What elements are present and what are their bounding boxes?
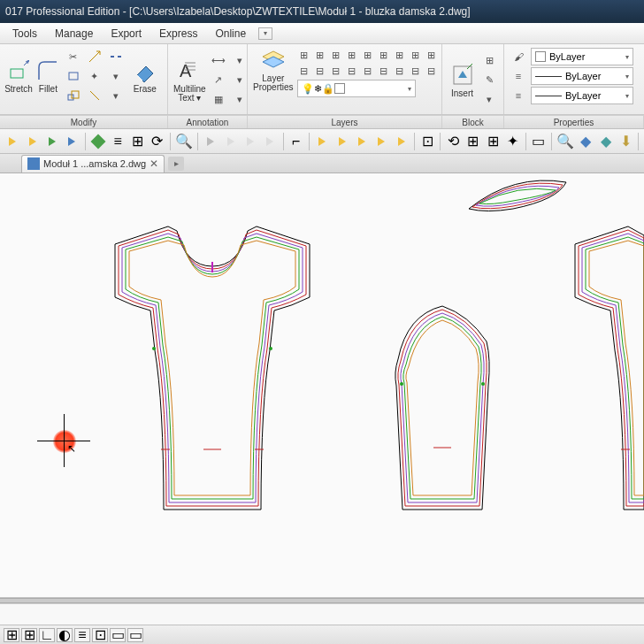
status-polar[interactable]: ◐ xyxy=(57,628,73,642)
layer-tool-4[interactable]: ⊞ xyxy=(345,48,359,62)
tb-d4[interactable] xyxy=(372,132,390,151)
tb-c5[interactable]: ⌐ xyxy=(288,132,305,151)
erase-button[interactable]: Erase xyxy=(128,58,162,94)
layer-tool-16[interactable]: ⊟ xyxy=(393,64,407,78)
layer-tool-6[interactable]: ⊞ xyxy=(377,48,391,62)
block-dd[interactable]: ▾ xyxy=(480,91,498,109)
menu-online[interactable]: Online xyxy=(206,25,255,42)
tb-d1[interactable] xyxy=(313,132,331,151)
tb-b4[interactable]: ⟳ xyxy=(149,132,166,151)
extend-button[interactable] xyxy=(86,48,104,65)
tb-f3[interactable]: ⊞ xyxy=(484,132,502,151)
lineweight-selector[interactable]: ByLayer ▾ xyxy=(531,67,633,85)
menu-express[interactable]: Express xyxy=(150,25,206,42)
color-selector[interactable]: ByLayer ▾ xyxy=(531,48,633,65)
menu-manage[interactable]: Manage xyxy=(46,25,102,42)
layer-tool-3[interactable]: ⊞ xyxy=(329,48,343,62)
tb-d2[interactable] xyxy=(333,132,350,151)
status-snap[interactable]: ⊞ xyxy=(4,628,19,642)
break-button[interactable] xyxy=(107,48,125,65)
tb-d3[interactable] xyxy=(353,132,371,151)
tb-g1[interactable]: 🔍 xyxy=(556,132,575,151)
tb-g2[interactable]: ◆ xyxy=(577,132,594,151)
layer-tool-11[interactable]: ⊟ xyxy=(313,64,327,78)
status-osnap[interactable]: ≡ xyxy=(74,628,90,642)
tb-a4[interactable] xyxy=(63,132,80,151)
layer-tool-1[interactable]: ⊞ xyxy=(297,48,311,62)
layer-tool-7[interactable]: ⊞ xyxy=(393,48,407,62)
tb-f5[interactable]: ▭ xyxy=(530,132,548,151)
title-bar: 017 Professional Edition - [C:\Users\Iza… xyxy=(0,0,644,23)
menu-tools[interactable]: Tools xyxy=(4,25,46,42)
menu-export[interactable]: Export xyxy=(102,25,150,42)
drawing-canvas[interactable]: ↖ xyxy=(0,173,644,598)
tb-c4[interactable] xyxy=(261,132,279,151)
scale-button[interactable] xyxy=(65,87,82,104)
tb-b5[interactable]: 🔍 xyxy=(174,132,194,151)
layer-tool-18[interactable]: ⊟ xyxy=(425,64,439,78)
layer-tool-10[interactable]: ⊟ xyxy=(297,64,311,78)
tb-f1[interactable]: ⟲ xyxy=(444,132,462,151)
trim-button[interactable]: ✂ xyxy=(65,48,82,65)
layer-tool-2[interactable]: ⊞ xyxy=(313,48,327,62)
layer-tool-15[interactable]: ⊟ xyxy=(377,64,391,78)
multiline-text-button[interactable]: A Multiline Text ▾ xyxy=(173,58,206,103)
status-lwt[interactable]: ▭ xyxy=(110,628,126,642)
tb-f2[interactable]: ⊞ xyxy=(464,132,482,151)
prop-list2[interactable]: ≡ xyxy=(510,87,527,104)
offset-button[interactable]: ▾ xyxy=(107,87,125,104)
layer-properties-button[interactable]: Layer Properties xyxy=(253,48,294,92)
layer-tool-13[interactable]: ⊟ xyxy=(345,64,359,78)
match-properties[interactable]: 🖌 xyxy=(510,48,527,65)
stretch-button[interactable]: Stretch xyxy=(5,58,32,94)
tb-a3[interactable] xyxy=(43,132,61,151)
dim-dd3[interactable]: ▾ xyxy=(231,91,249,109)
tb-g4[interactable]: ⬇ xyxy=(617,132,634,151)
tb-a1[interactable] xyxy=(4,132,21,151)
table-button[interactable]: ▦ xyxy=(210,91,227,109)
layer-tool-5[interactable]: ⊞ xyxy=(361,48,375,62)
tb-c3[interactable] xyxy=(242,132,259,151)
tb-f4[interactable]: ✦ xyxy=(503,132,521,151)
tb-c1[interactable] xyxy=(202,132,219,151)
leader-button[interactable]: ↗ xyxy=(210,72,227,89)
status-grid[interactable]: ⊞ xyxy=(21,628,37,642)
rect-button[interactable] xyxy=(65,67,82,85)
tb-d5[interactable] xyxy=(393,132,410,151)
layer-tool-14[interactable]: ⊟ xyxy=(361,64,375,78)
document-tab[interactable]: Moduł 1 ...amska 2.dwg ✕ xyxy=(21,155,165,172)
layer-tool-9[interactable]: ⊞ xyxy=(425,48,439,62)
layer-tool-17[interactable]: ⊟ xyxy=(409,64,423,78)
array-button[interactable]: ▾ xyxy=(107,67,125,85)
close-tab-button[interactable]: ✕ xyxy=(150,157,158,170)
explode-button[interactable]: ✦ xyxy=(86,67,104,85)
layer-selector[interactable]: 💡❄🔒 ▾ xyxy=(297,80,416,97)
tb-b3[interactable]: ⊞ xyxy=(128,132,146,151)
tb-b2[interactable]: ≡ xyxy=(109,132,126,151)
tb-a2[interactable] xyxy=(23,132,41,151)
dim-dd1[interactable]: ▾ xyxy=(231,52,249,70)
menu-overflow[interactable]: ▾ xyxy=(258,27,272,40)
join-button[interactable] xyxy=(86,87,104,104)
tb-e1[interactable]: ⊡ xyxy=(418,132,436,151)
ribbon-group-block: Insert ⊞ ✎ ▾ xyxy=(442,44,504,114)
status-ortho[interactable]: ∟ xyxy=(39,628,55,642)
tb-b1[interactable] xyxy=(89,132,107,151)
insert-button[interactable]: Insert xyxy=(448,63,477,98)
linetype-selector[interactable]: ByLayer ▾ xyxy=(531,87,633,104)
prop-list1[interactable]: ≡ xyxy=(510,67,527,85)
block-edit[interactable]: ✎ xyxy=(480,72,498,89)
block-create[interactable]: ⊞ xyxy=(480,52,498,70)
tb-c2[interactable] xyxy=(221,132,239,151)
fillet-button[interactable]: Fillet xyxy=(35,58,61,94)
new-tab-button[interactable]: ▸ xyxy=(168,157,184,171)
tb-g3[interactable]: ◆ xyxy=(596,132,614,151)
layer-properties-label: Layer Properties xyxy=(253,74,294,92)
linear-dim-button[interactable]: ⟷ xyxy=(210,52,227,70)
status-model[interactable]: ▭ xyxy=(127,628,143,642)
dim-dd2[interactable]: ▾ xyxy=(231,72,249,89)
ribbon-group-properties: 🖌 ≡ ≡ ByLayer ▾ ByLayer ▾ ByLayer xyxy=(504,44,644,114)
layer-tool-12[interactable]: ⊟ xyxy=(329,64,343,78)
layer-tool-8[interactable]: ⊞ xyxy=(409,48,423,62)
status-otrack[interactable]: ⊡ xyxy=(92,628,108,642)
